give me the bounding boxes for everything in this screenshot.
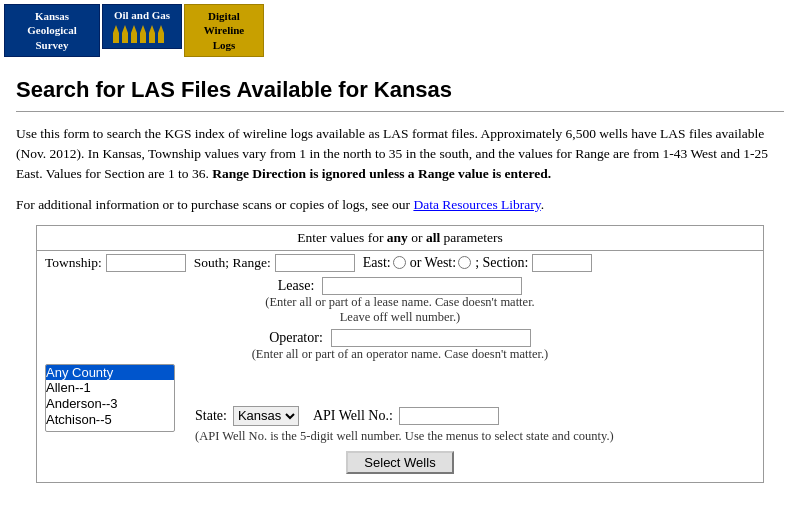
pump-svg [112, 25, 172, 45]
lease-row: Lease: (Enter all or part of a lease nam… [37, 275, 763, 327]
operator-label: Operator: [269, 330, 323, 346]
east-radio-group [393, 256, 406, 269]
county-option-atchison[interactable]: Atchison--5 [46, 412, 174, 428]
township-row: Township: South; Range: East: or West: ;… [37, 251, 763, 275]
nav-oil-gas[interactable]: Oil and Gas [102, 4, 182, 49]
east-radio[interactable] [393, 256, 406, 269]
submit-row: Select Wells [37, 445, 763, 482]
svg-marker-3 [122, 25, 128, 33]
oil-gas-label: Oil and Gas [114, 8, 170, 22]
svg-marker-1 [113, 25, 119, 33]
digital-line1: Digital [208, 10, 240, 22]
api-hint: (API Well No. is the 5-digit well number… [187, 428, 622, 445]
description-2: For additional information or to purchas… [16, 195, 784, 215]
search-form: Enter values for any or all parameters T… [36, 225, 764, 483]
kgs-line1: Kansas [35, 10, 69, 22]
svg-marker-7 [140, 25, 146, 33]
county-option-any[interactable]: Any County [46, 365, 174, 381]
svg-rect-10 [158, 33, 164, 43]
svg-rect-6 [140, 33, 146, 43]
lease-hint-1: (Enter all or part of a lease name. Case… [265, 295, 535, 310]
county-option-allen[interactable]: Allen--1 [46, 380, 174, 396]
svg-rect-2 [122, 33, 128, 43]
select-wells-button[interactable]: Select Wells [346, 451, 453, 474]
east-label: East: [363, 255, 391, 271]
west-radio[interactable] [458, 256, 471, 269]
nav-digital[interactable]: Digital Wireline Logs [184, 4, 264, 57]
lease-row-inner: Lease: [278, 277, 523, 295]
form-title: Enter values for any or all parameters [37, 226, 763, 251]
county-wrapper: Any County Allen--1 Anderson--3 Atchison… [37, 364, 763, 445]
state-select[interactable]: Kansas [233, 406, 299, 426]
county-option-anderson[interactable]: Anderson--3 [46, 396, 174, 412]
west-radio-group [458, 256, 471, 269]
lease-hint-2: Leave off well number.) [340, 310, 461, 325]
operator-row-inner: Operator: [269, 329, 531, 347]
range-input[interactable] [275, 254, 355, 272]
digital-line2: Wireline [204, 24, 245, 36]
title-divider [16, 111, 784, 112]
lease-input[interactable] [322, 277, 522, 295]
or-west-label: or West: [410, 255, 456, 271]
operator-input[interactable] [331, 329, 531, 347]
header-nav: Kansas Geological Survey Oil and Gas [0, 0, 800, 61]
svg-marker-11 [158, 25, 164, 33]
operator-row: Operator: (Enter all or part of an opera… [37, 327, 763, 364]
desc2-end: . [541, 197, 544, 212]
page-content: Search for LAS Files Available for Kansa… [0, 61, 800, 491]
svg-rect-0 [113, 33, 119, 43]
operator-hint: (Enter all or part of an operator name. … [252, 347, 549, 362]
kgs-line3: Survey [36, 39, 69, 51]
state-api-row: State: Kansas API Well No.: [187, 404, 622, 428]
svg-rect-8 [149, 33, 155, 43]
svg-marker-9 [149, 25, 155, 33]
api-label: API Well No.: [313, 408, 393, 424]
south-range-label: South; Range: [194, 255, 271, 271]
pump-icons [112, 25, 172, 45]
state-label: State: [195, 408, 227, 424]
lease-label: Lease: [278, 278, 315, 294]
nav-kgs[interactable]: Kansas Geological Survey [4, 4, 100, 57]
kgs-line2: Geological [27, 24, 77, 36]
data-resources-link[interactable]: Data Resources Library [413, 197, 540, 212]
desc2-text: For additional information or to purchas… [16, 197, 413, 212]
svg-marker-5 [131, 25, 137, 33]
digital-line3: Logs [213, 39, 236, 51]
svg-rect-4 [131, 33, 137, 43]
state-api-group: State: Kansas API Well No.: (API Well No… [187, 404, 622, 445]
api-input[interactable] [399, 407, 499, 425]
section-label: ; Section: [475, 255, 528, 271]
desc-bold: Range Direction is ignored unless a Rang… [212, 166, 551, 181]
county-select[interactable]: Any County Allen--1 Anderson--3 Atchison… [45, 364, 175, 432]
township-input[interactable] [106, 254, 186, 272]
section-input[interactable] [532, 254, 592, 272]
description-1: Use this form to search the KGS index of… [16, 124, 784, 185]
township-label: Township: [45, 255, 102, 271]
page-title: Search for LAS Files Available for Kansa… [16, 77, 784, 103]
